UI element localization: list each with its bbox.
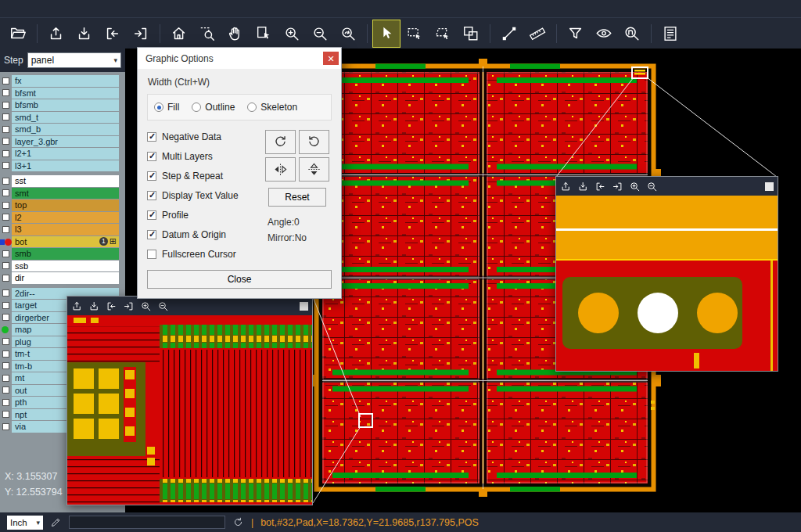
- poly-select-button[interactable]: [429, 20, 456, 47]
- home-view-button[interactable]: [166, 20, 192, 47]
- layer-checkbox[interactable]: [2, 214, 9, 221]
- import-down-icon[interactable]: [88, 300, 100, 312]
- find-text-button[interactable]: [619, 20, 645, 47]
- layer-checkbox[interactable]: [2, 162, 9, 169]
- layer-checkbox[interactable]: [2, 77, 9, 84]
- import-up-icon[interactable]: [71, 300, 83, 312]
- layer-checkbox[interactable]: [2, 423, 9, 430]
- layer-row[interactable]: smd_b: [0, 124, 125, 135]
- dialog-titlebar[interactable]: Graphic Options ✕: [138, 48, 341, 69]
- layer-checkbox[interactable]: [2, 411, 9, 418]
- layer-row[interactable]: smd_t: [0, 112, 125, 124]
- layer-row[interactable]: fx: [0, 75, 125, 87]
- layer-checkbox[interactable]: [2, 375, 9, 382]
- layer-row[interactable]: l2: [0, 212, 125, 224]
- pointer-tool-button[interactable]: [373, 20, 400, 47]
- radio-option[interactable]: Fill: [154, 102, 179, 113]
- layer-checkbox[interactable]: [2, 102, 9, 109]
- radio-option[interactable]: Skeleton: [247, 102, 297, 113]
- layer-checkbox[interactable]: [2, 113, 9, 120]
- layer-row[interactable]: sst: [0, 175, 125, 187]
- layer-row[interactable]: smb: [0, 248, 125, 260]
- visibility-button[interactable]: [591, 20, 617, 47]
- close-icon[interactable]: ✕: [323, 52, 339, 65]
- magnifier-window-2[interactable]: [555, 176, 778, 372]
- magnifier-window-1[interactable]: [66, 296, 313, 505]
- export-left-icon[interactable]: [594, 181, 606, 192]
- layer-checkbox[interactable]: [2, 314, 9, 321]
- zoom-window-button[interactable]: [194, 20, 221, 47]
- layer-checkbox[interactable]: [2, 226, 9, 233]
- layer-checkbox[interactable]: [2, 126, 9, 133]
- report-button[interactable]: [657, 20, 684, 47]
- layer-row[interactable]: ssb: [0, 261, 125, 272]
- pan-button[interactable]: [222, 20, 249, 47]
- export-right-icon[interactable]: [612, 181, 623, 192]
- zoom-in-icon[interactable]: [140, 300, 152, 312]
- radio-option[interactable]: Outline: [192, 102, 235, 113]
- zoom-previous-button[interactable]: [335, 20, 361, 47]
- export-right-button[interactable]: [128, 20, 154, 47]
- layer-row[interactable]: l3+1: [0, 160, 125, 172]
- magnifier-handle[interactable]: [300, 302, 308, 311]
- layer-row[interactable]: smt: [0, 188, 125, 200]
- checkbox-option[interactable]: Fullscreen Cursor: [147, 249, 263, 260]
- layer-row[interactable]: layer_3.gbr: [0, 136, 125, 148]
- ruler-button[interactable]: [524, 20, 551, 47]
- magnifier-handle[interactable]: [765, 182, 774, 191]
- sync-icon[interactable]: [232, 516, 244, 528]
- layer-row[interactable]: l2+1: [0, 148, 125, 160]
- unit-select[interactable]: Inch ▾: [7, 516, 43, 530]
- dialog-close-button[interactable]: Close: [147, 270, 332, 289]
- filter-button[interactable]: [562, 20, 589, 47]
- checkbox-option[interactable]: Datum & Origin: [147, 229, 263, 240]
- layer-checkbox[interactable]: [2, 150, 9, 157]
- layer-row[interactable]: bot 1 ⊞: [0, 236, 125, 248]
- layer-checkbox[interactable]: [2, 386, 9, 394]
- layer-checkbox[interactable]: [2, 362, 9, 369]
- zoom-in-icon[interactable]: [629, 181, 641, 192]
- flip-horizontal-button[interactable]: [265, 157, 296, 182]
- layer-checkbox[interactable]: [2, 350, 9, 358]
- layer-checkbox[interactable]: [2, 289, 9, 297]
- layer-checkbox[interactable]: [2, 178, 9, 185]
- layer-checkbox[interactable]: [2, 202, 9, 209]
- layer-checkbox[interactable]: [2, 189, 9, 196]
- checkbox-option[interactable]: Display Text Value: [147, 190, 263, 201]
- overlay-compare-button[interactable]: [458, 20, 484, 47]
- export-left-icon[interactable]: [106, 300, 117, 312]
- checkbox-option[interactable]: Multi Layers: [147, 151, 263, 162]
- import-down-icon[interactable]: [577, 181, 589, 192]
- layer-checkbox[interactable]: [2, 250, 9, 257]
- zoom-out-icon[interactable]: [157, 300, 169, 312]
- layer-row[interactable]: dir: [0, 272, 125, 284]
- rotate-cw-button[interactable]: [265, 130, 296, 154]
- layer-row[interactable]: top: [0, 200, 125, 211]
- layer-row[interactable]: l3: [0, 224, 125, 235]
- select-object-button[interactable]: [250, 20, 277, 47]
- import-up-icon[interactable]: [560, 181, 572, 192]
- zoom-out-button[interactable]: [307, 20, 333, 47]
- checkbox-option[interactable]: Step & Repeat: [147, 171, 263, 182]
- checkbox-option[interactable]: Negative Data: [147, 131, 263, 142]
- layer-checkbox[interactable]: [2, 275, 9, 282]
- layer-checkbox[interactable]: [2, 338, 9, 345]
- zoom-out-icon[interactable]: [646, 181, 658, 192]
- command-input[interactable]: [69, 516, 225, 529]
- layer-row[interactable]: bfsmt: [0, 88, 125, 99]
- layer-checkbox[interactable]: [2, 302, 9, 309]
- step-select[interactable]: panel ▾: [27, 52, 121, 68]
- layer-checkbox[interactable]: [2, 262, 9, 269]
- rotate-ccw-button[interactable]: [299, 130, 329, 154]
- checkbox-option[interactable]: Profile: [147, 210, 263, 221]
- layer-checkbox[interactable]: [2, 138, 9, 145]
- layer-checkbox[interactable]: [2, 399, 9, 406]
- export-left-button[interactable]: [99, 20, 126, 47]
- rect-select-button[interactable]: [401, 20, 428, 47]
- zoom-in-button[interactable]: [278, 20, 305, 47]
- export-right-icon[interactable]: [123, 300, 135, 312]
- layer-row[interactable]: bfsmb: [0, 99, 125, 111]
- reset-button[interactable]: Reset: [268, 188, 326, 207]
- import-down-button[interactable]: [71, 20, 98, 47]
- line-measure-button[interactable]: [496, 20, 523, 47]
